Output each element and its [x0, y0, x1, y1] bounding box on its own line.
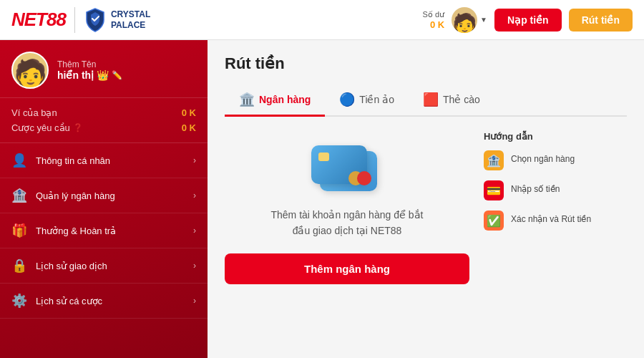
guide-step-text-1: Nhập số tiền	[511, 180, 560, 195]
profile-emoji: 🧑	[14, 60, 47, 87]
arrow-icon-0: ›	[193, 155, 196, 165]
sidebar-item-lich-su-gd[interactable]: 🔒 Lịch sử giao dịch ›	[0, 248, 208, 284]
bank-empty-text: Thêm tài khoản ngân hàng để bắt đầu giao…	[270, 207, 423, 239]
edit-icon[interactable]: ✏️	[112, 70, 122, 80]
crypto-tab-icon: 🔵	[339, 92, 355, 107]
guide-step-text-2: Xác nhận và Rút tiền	[511, 211, 591, 226]
vi-row: Ví của bạn 0 K	[11, 105, 196, 120]
history-icon: 🔒	[11, 258, 27, 274]
cuoc-value: 0 K	[182, 122, 196, 133]
balance-display: Số dư 0 K	[423, 10, 445, 30]
card-tab-icon: 🟥	[423, 92, 439, 107]
gift-icon: 🎁	[11, 223, 27, 238]
tab-ngan-hang-label: Ngân hàng	[259, 94, 311, 105]
confirm-step-icon: ✅	[487, 214, 501, 228]
guide-panel: Hướng dẫn 🏦 Chọn ngân hàng 💳 Nhập số tiề…	[484, 131, 627, 301]
arrow-icon-4: ›	[193, 296, 196, 306]
avatar-emoji: 🧑	[452, 14, 477, 33]
arrow-icon-1: ›	[193, 190, 196, 200]
header-divider	[74, 7, 75, 33]
info-icon[interactable]: ❓	[73, 123, 83, 132]
header-right: Số dư 0 K 🧑 ▼ Nạp tiền Rút tiền	[423, 7, 633, 33]
header: NET88 CRYSTAL PALACE Số dư 0 K 🧑 ▼ Nạp t…	[0, 0, 644, 40]
so-du-label: Số dư	[423, 10, 445, 19]
tab-ngan-hang[interactable]: 🏛️ Ngân hàng	[225, 84, 325, 117]
arrow-icon-2: ›	[193, 226, 196, 236]
sidebar-menu: 👤 Thông tin cá nhân › 🏦 Quản lý ngân hàn…	[0, 143, 208, 319]
sidebar-item-lich-su-ca-cuoc[interactable]: ⚙️ Lịch sử cá cược ›	[0, 284, 208, 319]
profile-name-row: hiển thị 👑 ✏️	[57, 69, 122, 81]
tab-tien-ao-label: Tiền ảo	[359, 94, 394, 105]
user-icon: 👤	[11, 153, 27, 168]
guide-step-1: 💳 Nhập số tiền	[484, 180, 627, 200]
bank-step-icon: 🏦	[487, 154, 501, 168]
left-content: Thêm tài khoản ngân hàng để bắt đầu giao…	[225, 131, 469, 301]
bank-card-illustration	[311, 145, 383, 197]
cuoc-row: Cược yêu cầu ❓ 0 K	[11, 120, 196, 135]
user-avatar-wrap[interactable]: 🧑 ▼	[452, 7, 487, 33]
bank-icon: 🏦	[11, 188, 27, 203]
profile-avatar: 🧑	[11, 52, 49, 89]
content-area: Thêm tài khoản ngân hàng để bắt đầu giao…	[225, 131, 627, 301]
menu-label-ngan-hang: Quản lý ngân hàng	[36, 190, 185, 201]
profile-show-label: hiển thị	[57, 69, 94, 81]
bank-empty-section: Thêm tài khoản ngân hàng để bắt đầu giao…	[225, 131, 469, 301]
page-title: Rút tiền	[225, 54, 627, 73]
vi-label: Ví của bạn	[11, 107, 57, 118]
crystal-palace-logo: CRYSTAL PALACE	[84, 7, 150, 33]
crystal-palace-text: CRYSTAL PALACE	[111, 9, 150, 30]
chevron-down-icon: ▼	[480, 16, 487, 24]
tab-the-cao[interactable]: 🟥 Thẻ cào	[409, 84, 494, 117]
profile-add-label: Thêm Tên	[57, 59, 122, 69]
sidebar-item-ngan-hang[interactable]: 🏦 Quản lý ngân hàng ›	[0, 178, 208, 213]
guide-step-2: ✅ Xác nhận và Rút tiền	[484, 211, 627, 231]
menu-label-thong-tin: Thông tin cá nhân	[36, 155, 185, 166]
arrow-icon-3: ›	[193, 261, 196, 271]
amount-step-icon: 💳	[487, 184, 501, 198]
logo-net88: NET88	[11, 9, 66, 31]
vi-value: 0 K	[182, 107, 196, 118]
header-left: NET88 CRYSTAL PALACE	[11, 7, 150, 33]
sidebar: 🧑 Thêm Tên hiển thị 👑 ✏️ Ví của bạn 0 K …	[0, 40, 208, 358]
rut-tien-button[interactable]: Rút tiền	[569, 9, 633, 32]
crystal-shield-icon	[84, 7, 107, 33]
sidebar-item-thuong[interactable]: 🎁 Thưởng & Hoàn trả ›	[0, 213, 208, 248]
tab-tien-ao[interactable]: 🔵 Tiền ảo	[325, 84, 409, 117]
menu-label-lich-su-ca: Lịch sử cá cược	[36, 296, 185, 306]
settings-icon: ⚙️	[11, 293, 27, 309]
profile-info: Thêm Tên hiển thị 👑 ✏️	[57, 59, 122, 81]
right-panel: Rút tiền 🏛️ Ngân hàng 🔵 Tiền ảo 🟥 Thẻ cà…	[208, 40, 644, 358]
guide-step-icon-0: 🏦	[484, 150, 504, 170]
so-du-value: 0 K	[430, 19, 444, 30]
main-layout: 🧑 Thêm Tên hiển thị 👑 ✏️ Ví của bạn 0 K …	[0, 40, 644, 358]
guide-step-text-0: Chọn ngân hàng	[511, 150, 575, 165]
guide-step-0: 🏦 Chọn ngân hàng	[484, 150, 627, 170]
menu-label-lich-su-gd: Lịch sử giao dịch	[36, 261, 185, 271]
menu-label-thuong: Thưởng & Hoàn trả	[36, 226, 185, 236]
nap-tien-button[interactable]: Nạp tiền	[494, 9, 562, 32]
guide-step-icon-1: 💳	[484, 180, 504, 200]
add-bank-button[interactable]: Thêm ngân hàng	[225, 253, 469, 284]
guide-step-icon-2: ✅	[484, 211, 504, 231]
sidebar-balance: Ví của bạn 0 K Cược yêu cầu ❓ 0 K	[0, 98, 208, 143]
sidebar-profile: 🧑 Thêm Tên hiển thị 👑 ✏️	[0, 40, 208, 98]
sidebar-item-thong-tin[interactable]: 👤 Thông tin cá nhân ›	[0, 143, 208, 178]
card-dot-red	[357, 171, 371, 185]
tabs: 🏛️ Ngân hàng 🔵 Tiền ảo 🟥 Thẻ cào	[225, 84, 627, 117]
bank-tab-icon: 🏛️	[239, 92, 255, 107]
guide-title: Hướng dẫn	[484, 131, 627, 142]
card-front-chip	[318, 153, 329, 161]
tab-the-cao-label: Thẻ cào	[443, 94, 480, 105]
avatar: 🧑	[452, 7, 477, 33]
crown-icon: 👑	[97, 69, 109, 81]
cuoc-label: Cược yêu cầu ❓	[11, 122, 83, 133]
